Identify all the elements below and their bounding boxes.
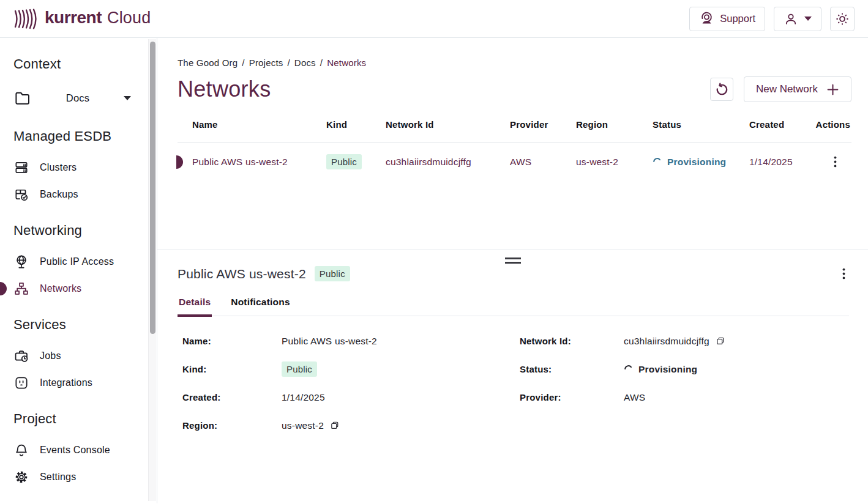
- cell-network-id: cu3hlaiirsdmuidcjffg: [386, 157, 510, 168]
- spinner-icon: [653, 157, 662, 166]
- field-value-created: 1/14/2025: [282, 392, 325, 403]
- refresh-icon: [714, 83, 728, 97]
- sidebar-item-networks[interactable]: Networks: [13, 275, 141, 302]
- detail-fields: Name: Public AWS us-west-2 Kind: Public …: [178, 333, 849, 446]
- theme-toggle-button[interactable]: [830, 7, 855, 31]
- sidebar-item-label: Settings: [40, 472, 76, 483]
- new-network-button[interactable]: New Network: [744, 76, 851, 102]
- field-label-provider: Provider:: [520, 392, 624, 402]
- active-tab-indicator: [178, 314, 212, 317]
- sidebar-item-backups[interactable]: Backups: [13, 181, 141, 208]
- folder-icon: [13, 89, 32, 107]
- field-value-status: Provisioning: [624, 364, 697, 375]
- field-label-status: Status:: [520, 364, 624, 374]
- chevron-down-icon: [124, 96, 131, 100]
- breadcrumb: The Good Org / Projects / Docs / Network…: [178, 57, 851, 68]
- page-title: Networks: [178, 76, 271, 102]
- cell-created: 1/14/2025: [749, 157, 814, 168]
- networks-list-pane: The Good Org / Projects / Docs / Network…: [157, 38, 868, 250]
- breadcrumb-separator: /: [287, 57, 290, 68]
- sidebar-scrollbar-thumb[interactable]: [150, 42, 155, 334]
- tab-notifications[interactable]: Notifications: [230, 297, 291, 316]
- sidebar-item-label: Public IP Access: [40, 256, 114, 267]
- sidebar-item-label: Integrations: [40, 377, 92, 388]
- field-value-region: us-west-2: [282, 420, 324, 431]
- column-header-kind: Kind: [326, 119, 386, 130]
- sidebar-heading-managed-esdb: Managed ESDB: [13, 128, 141, 144]
- field-label-created: Created:: [182, 392, 282, 402]
- sidebar-item-label: Clusters: [40, 162, 77, 173]
- briefcase-clock-icon: [13, 348, 29, 364]
- field-value-name: Public AWS us-west-2: [282, 336, 377, 347]
- breadcrumb-project-docs[interactable]: Docs: [294, 57, 316, 68]
- column-header-actions: Actions: [814, 119, 851, 130]
- breadcrumb-current: Networks: [327, 57, 366, 68]
- column-header-name: Name: [192, 119, 326, 130]
- sidebar: Context Docs Managed ESDB Clusters: [0, 38, 157, 503]
- sidebar-item-public-ip-access[interactable]: Public IP Access: [13, 248, 141, 275]
- pane-resize-handle[interactable]: [505, 258, 521, 266]
- plus-icon: [826, 83, 839, 96]
- tab-details[interactable]: Details: [178, 297, 212, 316]
- clusters-icon: [13, 160, 29, 176]
- refresh-button[interactable]: [710, 78, 733, 101]
- sidebar-heading-project: Project: [13, 411, 141, 427]
- bell-icon: [13, 442, 29, 458]
- cell-name: Public AWS us-west-2: [192, 157, 326, 168]
- networks-icon: [13, 281, 29, 297]
- status-label: Provisioning: [638, 364, 697, 375]
- sidebar-item-events-console[interactable]: Events Console: [13, 437, 141, 464]
- sidebar-scrollbar-track[interactable]: [148, 39, 156, 501]
- kurrent-logo-mark-icon: [13, 8, 39, 30]
- field-label-kind: Kind:: [182, 364, 282, 374]
- field-label-region: Region:: [182, 420, 282, 431]
- tab-notifications-label: Notifications: [231, 297, 290, 307]
- detail-title: Public AWS us-west-2: [178, 267, 306, 281]
- column-header-region: Region: [576, 119, 653, 130]
- sidebar-heading-context: Context: [13, 56, 141, 72]
- status-label: Provisioning: [667, 157, 726, 168]
- context-selector-value: Docs: [32, 92, 124, 104]
- user-icon: [784, 12, 798, 26]
- copy-region-button[interactable]: [329, 420, 340, 431]
- row-actions-menu-button[interactable]: [830, 154, 840, 170]
- column-header-provider: Provider: [510, 119, 576, 130]
- sidebar-item-label: Jobs: [40, 350, 61, 361]
- breadcrumb-projects[interactable]: Projects: [249, 57, 283, 68]
- table-row-network[interactable]: Public AWS us-west-2 Public cu3hlaiirsdm…: [178, 143, 851, 180]
- globe-icon: [13, 254, 29, 270]
- main-content: The Good Org / Projects / Docs / Network…: [157, 38, 868, 503]
- sidebar-item-label: Networks: [40, 283, 81, 294]
- sidebar-item-label: Backups: [40, 189, 78, 200]
- chevron-down-icon: [804, 17, 812, 21]
- sidebar-heading-services: Services: [13, 317, 141, 333]
- sidebar-item-clusters[interactable]: Clusters: [13, 154, 141, 181]
- field-value-provider: AWS: [624, 392, 645, 403]
- field-label-name: Name:: [182, 336, 282, 346]
- sidebar-item-settings[interactable]: Settings: [13, 464, 141, 491]
- support-button[interactable]: Support: [689, 7, 765, 31]
- outlet-icon: [13, 375, 29, 391]
- networks-table: Name Kind Network Id Provider Region Sta…: [178, 119, 851, 180]
- sidebar-item-integrations[interactable]: Integrations: [13, 369, 141, 396]
- support-label: Support: [720, 13, 755, 24]
- gear-icon: [13, 469, 29, 485]
- context-selector[interactable]: Docs: [13, 82, 141, 114]
- kebab-menu-icon: [842, 268, 845, 280]
- topbar-actions: Support: [689, 7, 855, 31]
- breadcrumb-org[interactable]: The Good Org: [178, 57, 238, 68]
- user-menu-button[interactable]: [774, 7, 821, 31]
- active-item-indicator: [0, 282, 7, 295]
- copy-network-id-button[interactable]: [715, 336, 725, 346]
- breadcrumb-separator: /: [242, 57, 244, 68]
- support-icon: [699, 12, 714, 26]
- copy-icon: [330, 421, 339, 430]
- detail-kind-badge: Public: [315, 266, 350, 281]
- kurrent-cloud-logo[interactable]: kurrent Cloud: [13, 8, 151, 30]
- sidebar-item-jobs[interactable]: Jobs: [13, 343, 141, 369]
- column-header-created: Created: [749, 119, 814, 130]
- cell-region: us-west-2: [576, 157, 653, 168]
- detail-actions-menu-button[interactable]: [839, 265, 849, 282]
- new-network-label: New Network: [756, 83, 818, 95]
- spinner-icon: [624, 365, 633, 374]
